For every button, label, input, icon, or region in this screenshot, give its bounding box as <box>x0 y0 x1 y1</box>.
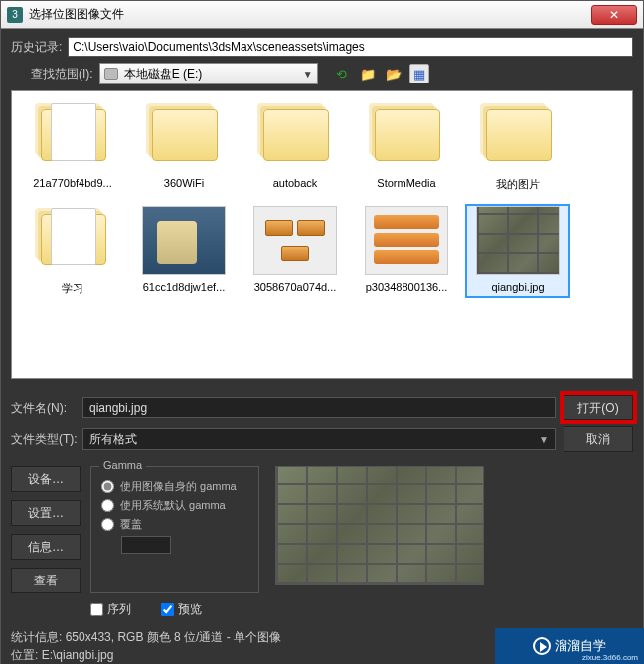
filetype-label: 文件类型(T): <box>11 431 75 448</box>
file-item[interactable]: 21a770bf4bd9... <box>22 101 123 192</box>
watermark: 溜溜自学 zixue.3d66.com <box>495 628 644 664</box>
filetype-dropdown[interactable]: 所有格式 ▼ <box>82 428 556 450</box>
file-name: 61cc1d8djw1ef... <box>133 281 235 293</box>
filetype-value: 所有格式 <box>89 431 137 448</box>
aux-button[interactable]: 信息… <box>11 534 80 560</box>
file-name: 360WiFi <box>133 177 235 189</box>
folder-icon <box>144 101 224 171</box>
image-thumbnail <box>142 206 226 275</box>
file-item[interactable]: 我的图片 <box>467 101 568 192</box>
open-button[interactable]: 打开(O) <box>564 395 633 420</box>
scope-value: 本地磁盘E (E:) <box>124 66 203 83</box>
stats-label: 统计信息: <box>11 630 62 644</box>
file-item[interactable]: 学习 <box>22 206 123 296</box>
gamma-option[interactable]: 使用图像自身的 gamma <box>101 479 248 494</box>
window-title: 选择位图图像文件 <box>29 6 591 23</box>
drive-icon <box>104 68 118 80</box>
folder-icon <box>33 206 112 275</box>
gamma-legend: Gamma <box>99 459 146 471</box>
watermark-sub: zixue.3d66.com <box>582 653 638 662</box>
file-item[interactable]: 61cc1d8djw1ef... <box>133 206 235 296</box>
toolbar-icons: ⟲ 📁 📂 ▦ <box>332 64 429 83</box>
image-thumbnail <box>476 206 560 275</box>
filename-input[interactable] <box>82 397 556 418</box>
history-label: 历史记录: <box>11 39 62 56</box>
filename-label: 文件名(N): <box>11 400 75 416</box>
scope-label: 查找范围(I): <box>31 66 93 83</box>
play-icon <box>533 637 551 655</box>
file-item[interactable]: autoback <box>244 101 346 192</box>
file-name: 我的图片 <box>467 177 568 192</box>
app-icon: 3 <box>7 7 23 23</box>
up-folder-icon[interactable]: 📁 <box>358 64 378 83</box>
file-name: autoback <box>244 177 346 189</box>
aux-button[interactable]: 设置… <box>11 500 80 526</box>
dialog-body: 历史记录: 查找范围(I): 本地磁盘E (E:) ▼ ⟲ 📁 📂 ▦ 21a7… <box>1 29 643 664</box>
file-item[interactable]: 360WiFi <box>133 101 235 192</box>
file-item[interactable]: p30348800136... <box>356 206 457 296</box>
gamma-group: Gamma 使用图像自身的 gamma 使用系统默认 gamma 覆盖 <box>90 466 259 593</box>
gamma-option[interactable]: 覆盖 <box>101 517 248 532</box>
file-list-pane: 21a770bf4bd9...360WiFiautobackStormMedia… <box>11 90 633 379</box>
file-name: qiangbi.jpg <box>467 281 568 293</box>
side-buttons: 设备…设置…信息…查看 <box>11 466 80 593</box>
stats-value: 650x433, RGB 颜色 8 位/通道 - 单个图像 <box>66 630 281 644</box>
back-icon[interactable]: ⟲ <box>332 64 352 83</box>
sequence-checkbox[interactable]: 序列 <box>90 601 131 618</box>
cancel-button[interactable]: 取消 <box>564 426 633 452</box>
file-item[interactable]: qiangbi.jpg <box>467 206 568 296</box>
location-label: 位置: <box>11 648 38 662</box>
folder-icon <box>255 101 335 171</box>
preview-pane <box>275 466 484 585</box>
preview-image <box>276 467 483 584</box>
aux-button[interactable]: 设备… <box>11 466 80 492</box>
file-name: p30348800136... <box>356 281 457 293</box>
chevron-down-icon: ▼ <box>539 434 549 445</box>
chevron-down-icon: ▼ <box>303 69 313 80</box>
folder-icon <box>33 101 112 171</box>
scope-dropdown[interactable]: 本地磁盘E (E:) ▼ <box>99 63 318 84</box>
view-grid-icon[interactable]: ▦ <box>409 64 429 83</box>
gamma-override-spinner[interactable] <box>121 536 171 554</box>
image-thumbnail <box>253 206 337 275</box>
location-value: E:\qiangbi.jpg <box>42 648 114 662</box>
folder-icon <box>478 101 558 171</box>
history-path-input[interactable] <box>68 37 633 57</box>
gamma-option[interactable]: 使用系统默认 gamma <box>101 498 248 513</box>
file-item[interactable]: StormMedia <box>356 101 457 192</box>
file-item[interactable]: 3058670a074d... <box>244 206 346 296</box>
file-name: 3058670a074d... <box>244 281 346 293</box>
image-thumbnail <box>365 206 448 275</box>
file-name: 21a770bf4bd9... <box>22 177 123 189</box>
file-name: StormMedia <box>356 177 457 189</box>
dialog-window: 3 选择位图图像文件 ✕ 历史记录: 查找范围(I): 本地磁盘E (E:) ▼… <box>0 0 644 664</box>
close-button[interactable]: ✕ <box>591 5 637 25</box>
titlebar: 3 选择位图图像文件 ✕ <box>1 1 643 29</box>
new-folder-icon[interactable]: 📂 <box>384 64 403 83</box>
folder-icon <box>367 101 446 171</box>
aux-button[interactable]: 查看 <box>11 568 80 593</box>
file-name: 学习 <box>22 281 123 296</box>
preview-checkbox[interactable]: 预览 <box>161 601 202 618</box>
